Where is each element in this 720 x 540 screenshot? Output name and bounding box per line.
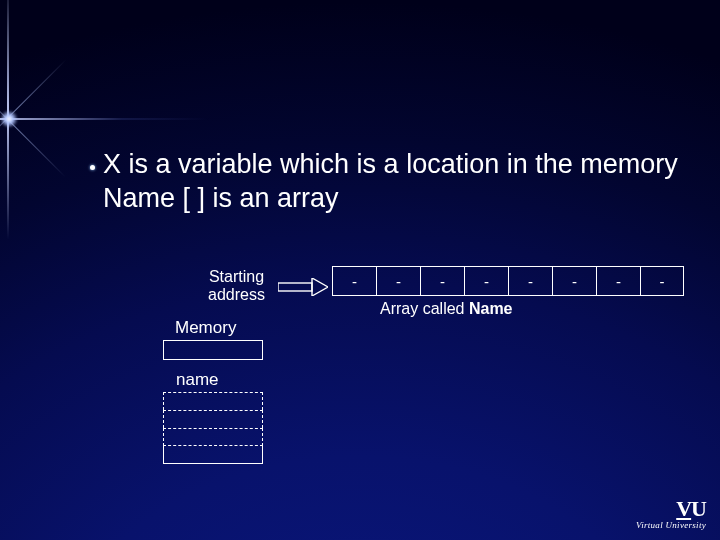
logo-brand: VVUU	[636, 496, 706, 522]
name-label: name	[176, 370, 219, 390]
array-cell: -	[596, 266, 640, 296]
arrow-icon	[278, 278, 328, 296]
starting-address-label: Starting address	[208, 268, 265, 303]
array-caption: Array called Name	[380, 300, 513, 318]
flare-core	[0, 110, 18, 128]
array-cell: -	[640, 266, 684, 296]
logo-subtitle: Virtual University	[636, 520, 706, 530]
array-cell: -	[464, 266, 508, 296]
memory-cell-dashed	[163, 410, 263, 428]
memory-label: Memory	[175, 318, 236, 338]
bullet-icon	[90, 165, 95, 170]
array-row: - - - - - - - -	[332, 266, 684, 296]
slide-body-text: X is a variable which is a location in t…	[103, 148, 693, 216]
memory-cell-dashed	[163, 428, 263, 446]
memory-cell-top	[163, 340, 263, 360]
memory-cell-dashed	[163, 392, 263, 410]
logo: VVUU Virtual University	[636, 496, 706, 530]
slide: X is a variable which is a location in t…	[0, 0, 720, 540]
memory-cell-solid	[163, 446, 263, 464]
memory-column	[163, 392, 263, 464]
array-caption-bold: Name	[469, 300, 513, 317]
array-cell: -	[376, 266, 420, 296]
array-cell: -	[332, 266, 376, 296]
svg-rect-0	[278, 283, 312, 291]
array-cell: -	[508, 266, 552, 296]
svg-marker-1	[312, 278, 328, 296]
flare-ray-horizontal	[0, 118, 210, 120]
array-caption-prefix: Array called	[380, 300, 469, 317]
array-cell: -	[420, 266, 464, 296]
array-cell: -	[552, 266, 596, 296]
